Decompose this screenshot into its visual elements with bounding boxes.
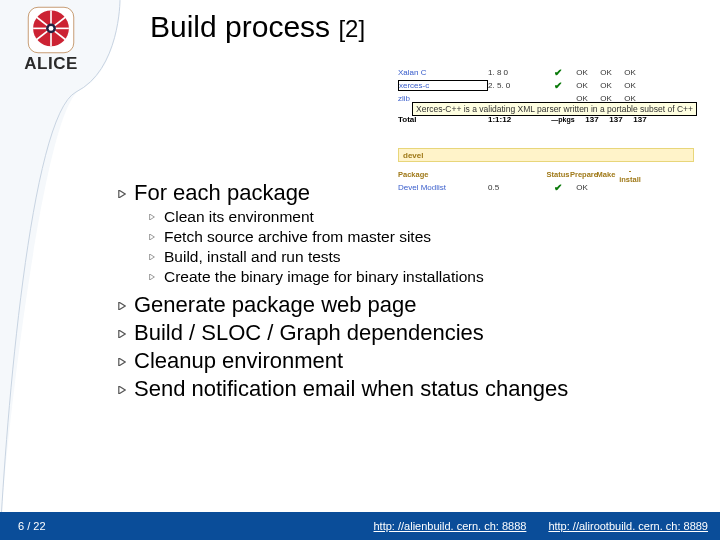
alice-logo-text: ALICE	[24, 54, 78, 74]
chevron-right-icon	[146, 274, 158, 280]
bullet-text: Build / SLOC / Graph dependencies	[134, 320, 484, 346]
pkg-name: xerces-c	[398, 80, 488, 91]
bullet-lvl1: Generate package web page	[116, 292, 710, 318]
chevron-right-icon	[116, 190, 128, 198]
bullet-lvl2: Create the binary image for binary insta…	[146, 268, 710, 286]
chevron-right-icon	[146, 214, 158, 220]
chevron-right-icon	[116, 358, 128, 366]
bullet-text: Build, install and run tests	[164, 248, 341, 266]
bullet-text: Generate package web page	[134, 292, 417, 318]
bullet-text: Cleanup environment	[134, 348, 343, 374]
alice-logo-icon	[25, 4, 77, 56]
bullet-lvl1: Cleanup environment	[116, 348, 710, 374]
bullet-lvl1: Send notification email when status chan…	[116, 376, 710, 402]
bullet-lvl2: Build, install and run tests	[146, 248, 710, 266]
bullet-lvl1: Build / SLOC / Graph dependencies	[116, 320, 710, 346]
bullet-lvl2: Fetch source archive from master sites	[146, 228, 710, 246]
title-main: Build process	[150, 10, 338, 43]
page-counter: 6 / 22	[18, 520, 46, 532]
alice-logo: ALICE	[6, 4, 96, 74]
footer-bar: 6 / 22 http: //alienbuild. cern. ch: 888…	[0, 512, 720, 540]
chevron-right-icon	[116, 386, 128, 394]
build-status-table: Xalan C1. 8 0✔OKOKOK xerces-c2. 5. 0✔OKO…	[398, 66, 694, 194]
chevron-right-icon	[146, 234, 158, 240]
bullet-lvl2: Clean its environment	[146, 208, 710, 226]
chevron-right-icon	[146, 254, 158, 260]
tooltip: Xerces-C++ is a validating XML parser wr…	[412, 102, 697, 116]
bullet-text: Create the binary image for binary insta…	[164, 268, 484, 286]
bullet-list: For each package Clean its environment F…	[116, 180, 710, 404]
pkg-name: Xalan C	[398, 68, 488, 77]
bullet-text: Send notification email when status chan…	[134, 376, 568, 402]
title-sub: [2]	[338, 15, 365, 42]
chevron-right-icon	[116, 330, 128, 338]
footer-link-1[interactable]: http: //alienbuild. cern. ch: 8888	[374, 520, 527, 532]
chevron-right-icon	[116, 302, 128, 310]
svg-point-11	[49, 26, 54, 31]
bullet-lvl1: For each package	[116, 180, 710, 206]
bullet-text: For each package	[134, 180, 310, 206]
bullet-text: Clean its environment	[164, 208, 314, 226]
slide-title: Build process [2]	[150, 10, 365, 44]
bullet-text: Fetch source archive from master sites	[164, 228, 431, 246]
footer-link-2[interactable]: http: //alirootbuild. cern. ch: 8889	[548, 520, 708, 532]
section-devel: devel	[398, 148, 694, 162]
